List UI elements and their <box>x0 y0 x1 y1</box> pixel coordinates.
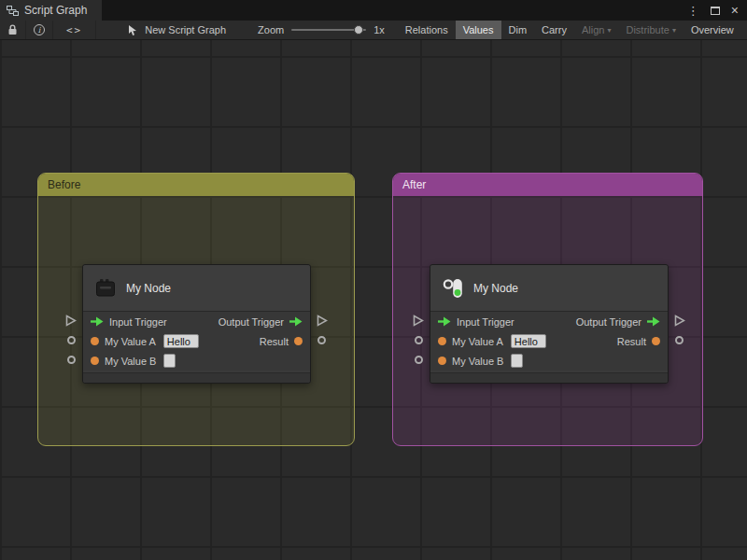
script-machine-icon <box>441 276 465 301</box>
node-row-value-b: My Value B <box>83 351 310 371</box>
chevron-down-icon: ▾ <box>607 26 611 35</box>
value-a-label: My Value A <box>452 336 503 347</box>
flow-machine-icon <box>93 276 118 301</box>
value-port-outer[interactable] <box>317 336 326 344</box>
flow-port-icon[interactable] <box>438 316 451 327</box>
flow-port-outer[interactable] <box>65 315 77 327</box>
flow-port-icon[interactable] <box>91 316 104 327</box>
value-b-label: My Value B <box>452 356 503 367</box>
node-title: My Node <box>473 282 518 295</box>
node-row-value-b: My Value B <box>430 351 668 371</box>
group-label: After <box>402 178 426 191</box>
cursor-icon <box>128 24 138 36</box>
window-controls: ⋮ × <box>687 0 747 21</box>
node-row-value-a: My Value A Result <box>430 331 668 351</box>
zoom-slider-handle[interactable] <box>354 25 363 35</box>
value-a-input[interactable] <box>511 334 546 348</box>
align-label: Align <box>582 24 604 35</box>
node-footer <box>430 372 668 383</box>
result-label: Result <box>260 336 289 347</box>
input-trigger-label: Input Trigger <box>457 316 514 328</box>
group-header[interactable]: Before <box>38 174 354 196</box>
lock-icon <box>7 24 18 35</box>
node-header[interactable]: My Node <box>83 265 310 312</box>
value-port-icon[interactable] <box>438 337 446 345</box>
node-header[interactable]: My Node <box>430 265 668 312</box>
toolbar: i <> New Script Graph Zoom 1x Relations … <box>0 21 747 40</box>
flow-port-outer[interactable] <box>674 315 685 327</box>
graph-icon <box>7 6 19 16</box>
dim-button[interactable]: Dim <box>501 21 535 39</box>
zoom-control: Zoom 1x <box>258 24 385 35</box>
flow-port-outer[interactable] <box>317 315 328 327</box>
output-trigger-label: Output Trigger <box>576 316 641 328</box>
flow-port-icon[interactable] <box>289 316 303 327</box>
value-port-icon[interactable] <box>91 357 99 365</box>
distribute-label: Distribute <box>626 24 669 35</box>
tab-title: Script Graph <box>24 4 87 17</box>
value-port-outer[interactable] <box>415 356 423 364</box>
value-b-input[interactable] <box>163 354 176 368</box>
info-icon: i <box>34 24 45 35</box>
value-a-input[interactable] <box>163 334 199 348</box>
values-button[interactable]: Values <box>456 21 501 39</box>
zoom-slider[interactable] <box>291 24 366 35</box>
toolbar-buttons: Relations Values Dim Carry Align ▾ Distr… <box>398 21 747 39</box>
maximize-icon[interactable] <box>711 7 720 15</box>
value-port-outer[interactable] <box>675 336 684 344</box>
lock-button[interactable] <box>0 21 26 39</box>
value-port-outer[interactable] <box>415 336 423 344</box>
result-label: Result <box>617 336 646 347</box>
value-port-outer[interactable] <box>67 356 76 364</box>
zoom-label: Zoom <box>258 24 284 35</box>
code-button[interactable]: <> <box>53 21 96 39</box>
value-port-icon[interactable] <box>91 337 99 345</box>
chevron-down-icon: ▾ <box>672 26 676 35</box>
output-trigger-label: Output Trigger <box>218 316 284 328</box>
value-port-icon[interactable] <box>438 357 446 365</box>
node-row-triggers: Input Trigger Output Trigger <box>83 312 310 331</box>
tab-bar: Script Graph ⋮ × <box>0 0 747 21</box>
node-footer <box>83 372 310 383</box>
value-port-outer[interactable] <box>67 336 76 344</box>
node-title: My Node <box>126 282 171 295</box>
overview-button[interactable]: Overview <box>684 21 741 39</box>
graph-canvas[interactable]: Before After My Node <box>0 40 747 560</box>
distribute-button: Distribute ▾ <box>618 21 683 39</box>
relations-button[interactable]: Relations <box>398 21 456 39</box>
node-my-node-before[interactable]: My Node Input Trigger Output Trigger <box>82 264 311 384</box>
node-row-value-a: My Value A Result <box>83 331 310 351</box>
new-script-graph-button[interactable]: New Script Graph <box>119 24 235 36</box>
group-label: Before <box>48 178 80 191</box>
kebab-menu-icon[interactable]: ⋮ <box>687 5 699 17</box>
tab-script-graph[interactable]: Script Graph <box>0 0 102 21</box>
info-button[interactable]: i <box>26 21 53 39</box>
value-b-label: My Value B <box>105 356 156 367</box>
value-port-icon[interactable] <box>652 337 660 345</box>
align-button: Align ▾ <box>574 21 618 39</box>
node-row-triggers: Input Trigger Output Trigger <box>430 312 668 331</box>
value-a-label: My Value A <box>105 336 156 347</box>
group-header[interactable]: After <box>393 174 702 196</box>
new-script-graph-label: New Script Graph <box>145 24 226 35</box>
carry-button[interactable]: Carry <box>534 21 574 39</box>
value-b-input[interactable] <box>511 354 523 368</box>
code-icon: <> <box>61 24 88 36</box>
close-icon[interactable]: × <box>731 4 739 17</box>
script-graph-window: Script Graph ⋮ × i <> New Script Graph <box>0 0 747 560</box>
flow-port-icon[interactable] <box>647 316 660 327</box>
value-port-icon[interactable] <box>294 337 303 345</box>
zoom-value: 1x <box>374 24 385 35</box>
input-trigger-label: Input Trigger <box>109 316 167 328</box>
flow-port-outer[interactable] <box>413 315 424 327</box>
node-my-node-after[interactable]: My Node Input Trigger Output Trigger <box>430 264 669 384</box>
fullscreen-button[interactable]: Full Screen <box>741 21 747 39</box>
